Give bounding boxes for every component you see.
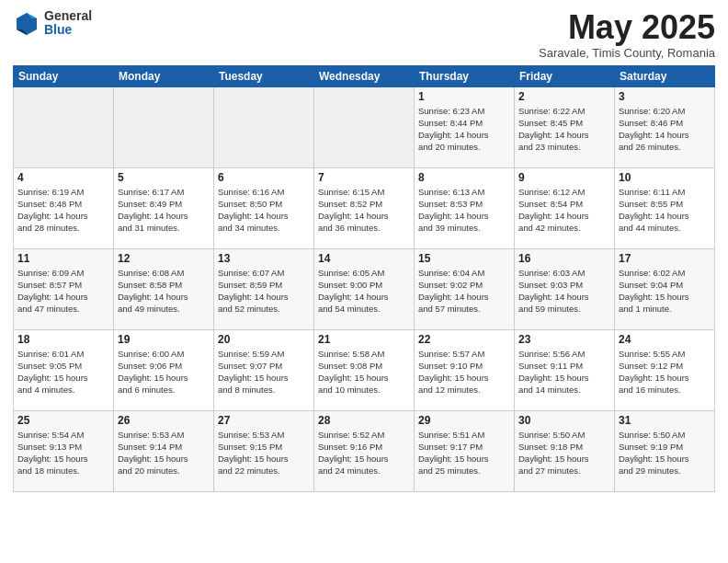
logo-text: General Blue	[44, 9, 92, 38]
calendar: SundayMondayTuesdayWednesdayThursdayFrid…	[13, 65, 715, 492]
day-info: Sunrise: 6:22 AM Sunset: 8:45 PM Dayligh…	[518, 105, 610, 154]
calendar-cell: 8Sunrise: 6:13 AM Sunset: 8:53 PM Daylig…	[415, 167, 515, 248]
day-info: Sunrise: 5:50 AM Sunset: 9:19 PM Dayligh…	[619, 429, 711, 477]
day-info: Sunrise: 6:12 AM Sunset: 8:54 PM Dayligh…	[518, 186, 610, 235]
day-number: 2	[518, 90, 610, 103]
calendar-cell: 12Sunrise: 6:08 AM Sunset: 8:58 PM Dayli…	[114, 248, 214, 329]
day-number: 18	[17, 333, 109, 346]
day-info: Sunrise: 5:59 AM Sunset: 9:07 PM Dayligh…	[218, 348, 310, 396]
day-number: 1	[418, 90, 510, 103]
title-block: May 2025 Saravale, Timis County, Romania	[539, 9, 715, 60]
day-info: Sunrise: 6:05 AM Sunset: 9:00 PM Dayligh…	[318, 267, 410, 316]
calendar-cell: 22Sunrise: 5:57 AM Sunset: 9:10 PM Dayli…	[415, 329, 515, 410]
day-number: 3	[619, 90, 711, 103]
calendar-cell: 16Sunrise: 6:03 AM Sunset: 9:03 PM Dayli…	[515, 248, 615, 329]
day-info: Sunrise: 5:52 AM Sunset: 9:16 PM Dayligh…	[318, 429, 410, 477]
day-number: 30	[518, 414, 610, 427]
calendar-cell: 10Sunrise: 6:11 AM Sunset: 8:55 PM Dayli…	[615, 167, 715, 248]
calendar-cell: 15Sunrise: 6:04 AM Sunset: 9:02 PM Dayli…	[415, 248, 515, 329]
day-number: 22	[418, 333, 510, 346]
day-info: Sunrise: 6:00 AM Sunset: 9:06 PM Dayligh…	[118, 348, 210, 396]
day-number: 20	[218, 333, 310, 346]
day-number: 27	[218, 414, 310, 427]
calendar-cell: 18Sunrise: 6:01 AM Sunset: 9:05 PM Dayli…	[14, 329, 114, 410]
day-info: Sunrise: 5:55 AM Sunset: 9:12 PM Dayligh…	[619, 348, 711, 396]
day-info: Sunrise: 6:04 AM Sunset: 9:02 PM Dayligh…	[418, 267, 510, 316]
day-info: Sunrise: 6:19 AM Sunset: 8:48 PM Dayligh…	[17, 186, 109, 235]
calendar-cell: 3Sunrise: 6:20 AM Sunset: 8:46 PM Daylig…	[615, 86, 715, 167]
day-of-week-header: Tuesday	[214, 65, 314, 86]
logo-general-text: General	[44, 9, 92, 23]
day-info: Sunrise: 6:07 AM Sunset: 8:59 PM Dayligh…	[218, 267, 310, 316]
day-number: 12	[118, 252, 210, 265]
calendar-cell: 24Sunrise: 5:55 AM Sunset: 9:12 PM Dayli…	[615, 329, 715, 410]
day-info: Sunrise: 6:08 AM Sunset: 8:58 PM Dayligh…	[118, 267, 210, 316]
calendar-cell: 13Sunrise: 6:07 AM Sunset: 8:59 PM Dayli…	[214, 248, 314, 329]
day-number: 15	[418, 252, 510, 265]
calendar-cell: 9Sunrise: 6:12 AM Sunset: 8:54 PM Daylig…	[515, 167, 615, 248]
calendar-cell: 28Sunrise: 5:52 AM Sunset: 9:16 PM Dayli…	[314, 410, 415, 491]
calendar-cell: 6Sunrise: 6:16 AM Sunset: 8:50 PM Daylig…	[214, 167, 314, 248]
calendar-cell: 26Sunrise: 5:53 AM Sunset: 9:14 PM Dayli…	[114, 410, 214, 491]
day-number: 21	[318, 333, 410, 346]
header: General Blue May 2025 Saravale, Timis Co…	[13, 9, 715, 60]
calendar-cell: 29Sunrise: 5:51 AM Sunset: 9:17 PM Dayli…	[415, 410, 515, 491]
day-number: 19	[118, 333, 210, 346]
day-number: 24	[619, 333, 711, 346]
calendar-cell: 2Sunrise: 6:22 AM Sunset: 8:45 PM Daylig…	[515, 86, 615, 167]
day-number: 16	[518, 252, 610, 265]
day-number: 7	[318, 171, 410, 184]
calendar-cell: 11Sunrise: 6:09 AM Sunset: 8:57 PM Dayli…	[14, 248, 114, 329]
day-info: Sunrise: 5:57 AM Sunset: 9:10 PM Dayligh…	[418, 348, 510, 396]
calendar-cell: 25Sunrise: 5:54 AM Sunset: 9:13 PM Dayli…	[14, 410, 114, 491]
day-info: Sunrise: 6:23 AM Sunset: 8:44 PM Dayligh…	[418, 105, 510, 154]
day-number: 28	[318, 414, 410, 427]
logo-blue-text: Blue	[44, 23, 92, 37]
day-number: 6	[218, 171, 310, 184]
day-number: 17	[619, 252, 711, 265]
day-info: Sunrise: 5:58 AM Sunset: 9:08 PM Dayligh…	[318, 348, 410, 396]
calendar-cell: 7Sunrise: 6:15 AM Sunset: 8:52 PM Daylig…	[314, 167, 415, 248]
day-number: 26	[118, 414, 210, 427]
day-number: 11	[17, 252, 109, 265]
calendar-cell: 1Sunrise: 6:23 AM Sunset: 8:44 PM Daylig…	[415, 86, 515, 167]
calendar-cell: 20Sunrise: 5:59 AM Sunset: 9:07 PM Dayli…	[214, 329, 314, 410]
day-info: Sunrise: 5:56 AM Sunset: 9:11 PM Dayligh…	[518, 348, 610, 396]
day-info: Sunrise: 5:54 AM Sunset: 9:13 PM Dayligh…	[17, 429, 109, 477]
day-number: 31	[619, 414, 711, 427]
day-info: Sunrise: 6:13 AM Sunset: 8:53 PM Dayligh…	[418, 186, 510, 235]
day-number: 14	[318, 252, 410, 265]
page: General Blue May 2025 Saravale, Timis Co…	[0, 0, 728, 563]
logo-icon	[13, 9, 40, 37]
calendar-cell: 23Sunrise: 5:56 AM Sunset: 9:11 PM Dayli…	[515, 329, 615, 410]
calendar-cell: 14Sunrise: 6:05 AM Sunset: 9:00 PM Dayli…	[314, 248, 415, 329]
calendar-cell: 4Sunrise: 6:19 AM Sunset: 8:48 PM Daylig…	[14, 167, 114, 248]
day-info: Sunrise: 6:09 AM Sunset: 8:57 PM Dayligh…	[17, 267, 109, 316]
day-number: 9	[518, 171, 610, 184]
calendar-cell: 21Sunrise: 5:58 AM Sunset: 9:08 PM Dayli…	[314, 329, 415, 410]
day-info: Sunrise: 6:17 AM Sunset: 8:49 PM Dayligh…	[118, 186, 210, 235]
day-number: 13	[218, 252, 310, 265]
day-of-week-header: Wednesday	[314, 65, 415, 86]
day-info: Sunrise: 6:15 AM Sunset: 8:52 PM Dayligh…	[318, 186, 410, 235]
logo: General Blue	[13, 9, 92, 38]
day-info: Sunrise: 6:01 AM Sunset: 9:05 PM Dayligh…	[17, 348, 109, 396]
day-info: Sunrise: 5:53 AM Sunset: 9:14 PM Dayligh…	[118, 429, 210, 477]
calendar-cell: 19Sunrise: 6:00 AM Sunset: 9:06 PM Dayli…	[114, 329, 214, 410]
day-number: 8	[418, 171, 510, 184]
day-of-week-header: Sunday	[14, 65, 114, 86]
day-info: Sunrise: 6:16 AM Sunset: 8:50 PM Dayligh…	[218, 186, 310, 235]
day-number: 25	[17, 414, 109, 427]
day-info: Sunrise: 6:11 AM Sunset: 8:55 PM Dayligh…	[619, 186, 711, 235]
calendar-cell	[114, 86, 214, 167]
day-number: 23	[518, 333, 610, 346]
day-info: Sunrise: 5:51 AM Sunset: 9:17 PM Dayligh…	[418, 429, 510, 477]
day-number: 29	[418, 414, 510, 427]
day-info: Sunrise: 6:03 AM Sunset: 9:03 PM Dayligh…	[518, 267, 610, 316]
calendar-cell: 5Sunrise: 6:17 AM Sunset: 8:49 PM Daylig…	[114, 167, 214, 248]
day-of-week-header: Saturday	[615, 65, 715, 86]
calendar-cell: 17Sunrise: 6:02 AM Sunset: 9:04 PM Dayli…	[615, 248, 715, 329]
location-subtitle: Saravale, Timis County, Romania	[539, 46, 715, 60]
calendar-cell: 31Sunrise: 5:50 AM Sunset: 9:19 PM Dayli…	[615, 410, 715, 491]
day-of-week-header: Monday	[114, 65, 214, 86]
